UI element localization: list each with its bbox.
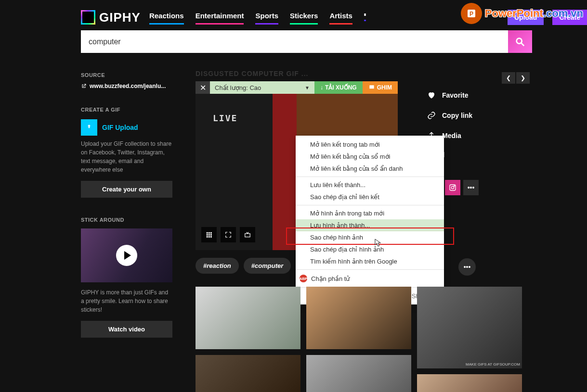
svg-rect-7	[210, 232, 212, 234]
play-icon	[116, 245, 137, 266]
ctx-save-link-as[interactable]: Lưu liên kết thành...	[296, 179, 444, 191]
ctx-open-link-incognito[interactable]: Mở liên kết bằng cửa sổ ẩn danh	[296, 163, 444, 175]
svg-point-17	[454, 186, 455, 186]
stick-description: GIPHY is more than just GIFs and a prett…	[81, 288, 172, 314]
toolbar-close-button[interactable]: ✕	[196, 81, 210, 94]
svg-rect-9	[209, 234, 210, 236]
tv-icon[interactable]	[240, 227, 255, 242]
related-thumb[interactable]	[196, 287, 300, 349]
svg-rect-5	[207, 232, 208, 234]
svg-rect-12	[209, 236, 210, 238]
dots-icon: •••	[464, 263, 471, 271]
tag-more-button[interactable]: •••	[458, 258, 476, 276]
pin-button[interactable]: GHIM	[363, 81, 398, 94]
related-thumb[interactable]	[417, 374, 522, 392]
related-thumb[interactable]	[306, 355, 411, 392]
context-menu: Mở liên kết trong tab mới Mở liên kết bằ…	[296, 136, 444, 304]
nav-stickers[interactable]: Stickers	[290, 12, 318, 24]
instagram-button[interactable]	[445, 180, 460, 195]
svg-rect-8	[207, 234, 208, 236]
svg-rect-11	[207, 236, 208, 238]
prev-button[interactable]: ❮	[502, 72, 515, 84]
chevron-down-icon: ▼	[305, 85, 310, 90]
nav: Reactions Entertainment Sports Stickers …	[149, 12, 366, 24]
source-title: SOURCE	[81, 72, 172, 78]
copy-link-action[interactable]: Copy link	[427, 111, 523, 120]
gif-title: DISGUSTED COMPUTER GIF ...	[196, 70, 446, 77]
search-bar	[81, 30, 532, 53]
fullscreen-icon[interactable]	[221, 227, 236, 242]
next-button[interactable]: ❯	[516, 72, 530, 84]
svg-rect-10	[210, 234, 212, 236]
tag-computer[interactable]: #computer	[244, 258, 291, 274]
upload-file-icon	[81, 119, 97, 136]
ctx-block-element[interactable]: ABP Chặn phần tử	[296, 272, 444, 285]
pagination-arrows: ❮ ❯	[502, 72, 530, 84]
logo-text: GIPHY	[99, 10, 141, 25]
create-gif-title: CREATE A GIF	[81, 107, 172, 113]
svg-rect-6	[209, 232, 210, 234]
search-icon	[515, 37, 525, 47]
logo[interactable]: GIPHY	[81, 10, 141, 25]
search-button[interactable]	[508, 30, 532, 53]
tag-reaction[interactable]: #reaction	[196, 258, 239, 274]
nav-sports[interactable]: Sports	[255, 12, 278, 24]
nav-entertainment[interactable]: Entertainment	[196, 12, 244, 24]
pin-icon	[368, 84, 375, 91]
ctx-search-image-google[interactable]: Tìm kiếm hình ảnh trên Google	[296, 255, 444, 267]
upload-description: Upload your GIF collection to share on F…	[81, 139, 172, 174]
stick-video-thumb[interactable]	[81, 228, 172, 282]
ctx-copy-link-address[interactable]: Sao chép địa chỉ liên kết	[296, 191, 444, 203]
svg-line-3	[522, 43, 524, 46]
watch-video-button[interactable]: Watch video	[81, 321, 172, 338]
gif-upload-link[interactable]: GIF Upload	[81, 119, 172, 136]
nav-artists[interactable]: Artists	[329, 12, 352, 24]
powerpoint-icon: P	[461, 3, 482, 24]
favorite-action[interactable]: Favorite	[427, 90, 523, 100]
watermark: P PowerPoint.com.vn	[461, 3, 583, 24]
logo-icon	[81, 10, 95, 25]
external-link-icon	[81, 83, 87, 89]
stick-around-title: STICK AROUND	[81, 217, 172, 223]
related-grid: MAKE GIFS AT GIFSOUP.COM	[196, 287, 522, 392]
create-own-button[interactable]: Create your own	[81, 181, 172, 198]
ctx-copy-image[interactable]: Sao chép hình ảnh	[296, 231, 444, 243]
link-icon	[427, 111, 436, 120]
svg-rect-13	[210, 236, 212, 238]
svg-point-2	[517, 38, 522, 43]
download-icon: ↓	[320, 84, 323, 91]
sidebar: SOURCE www.buzzfeed.com/jeanlu... CREATE…	[81, 72, 172, 357]
ctx-open-link-new-tab[interactable]: Mở liên kết trong tab mới	[296, 139, 444, 151]
svg-rect-14	[245, 234, 250, 237]
nav-more-icon[interactable]	[364, 13, 366, 21]
chevron-left-icon: ❮	[506, 75, 511, 81]
ctx-copy-image-address[interactable]: Sao chép địa chỉ hình ảnh	[296, 243, 444, 255]
download-toolbar: ✕ Chất lượng: Cao ▼ ↓ TẢI XUỐNG GHIM	[196, 81, 398, 94]
nav-reactions[interactable]: Reactions	[149, 12, 184, 24]
ctx-save-image-as[interactable]: Lưu hình ảnh thành...	[296, 219, 444, 231]
ctx-open-image-new-tab[interactable]: Mở hình ảnh trong tab mới	[296, 207, 444, 219]
related-thumb[interactable]	[306, 287, 411, 349]
source-link[interactable]: www.buzzfeed.com/jeanlu...	[81, 83, 172, 89]
download-button[interactable]: ↓ TẢI XUỐNG	[314, 81, 363, 94]
svg-point-16	[451, 186, 454, 189]
grid-view-icon[interactable]	[201, 227, 217, 242]
related-thumb[interactable]	[196, 355, 300, 392]
related-thumb[interactable]: MAKE GIFS AT GIFSOUP.COM	[417, 287, 522, 368]
ctx-open-link-new-window[interactable]: Mở liên kết bằng cửa sổ mới	[296, 151, 444, 163]
search-input[interactable]	[81, 30, 508, 53]
tags-row: #reaction #computer	[196, 258, 291, 274]
quality-dropdown[interactable]: Chất lượng: Cao ▼	[210, 81, 314, 94]
live-badge: LIVE	[213, 113, 237, 123]
heart-icon	[427, 90, 436, 100]
abp-icon: ABP	[300, 275, 307, 282]
svg-rect-4	[369, 85, 374, 89]
chevron-right-icon: ❯	[521, 75, 525, 81]
share-more-button[interactable]: •••	[463, 180, 479, 195]
dots-icon: •••	[468, 184, 475, 191]
svg-text:P: P	[470, 11, 473, 17]
